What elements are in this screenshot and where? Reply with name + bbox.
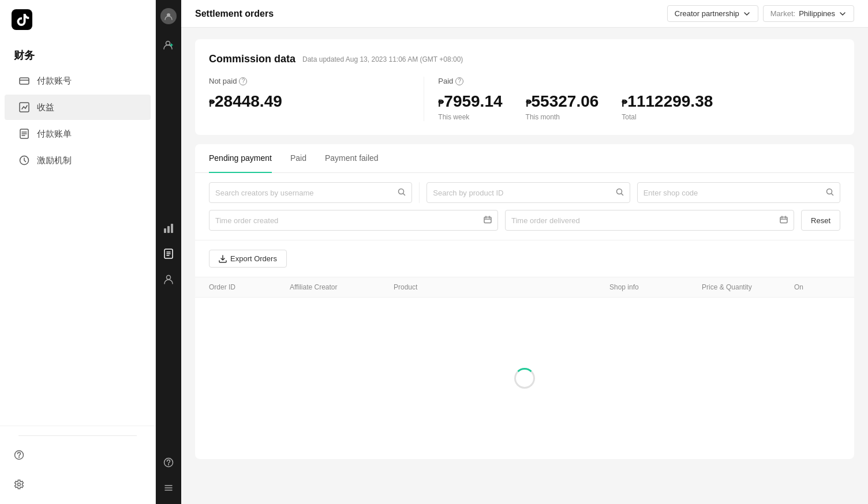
search-creators-icon[interactable]: [398, 188, 406, 198]
tab-pending-payment[interactable]: Pending payment: [209, 144, 272, 173]
content-area: Commission data Data updated Aug 13, 202…: [181, 28, 868, 504]
commission-title: Commission data: [209, 53, 295, 65]
svg-rect-0: [12, 9, 32, 30]
icon-bar: [156, 0, 181, 504]
tab-payment-failed[interactable]: Payment failed: [325, 144, 379, 173]
topbar: Settlement orders Creator partnership Ma…: [181, 0, 868, 28]
tiktok-logo: [12, 9, 32, 30]
paid-month-currency: ₱: [526, 99, 532, 108]
search-creators-input[interactable]: [215, 189, 398, 197]
paid-label: Paid ?: [438, 77, 840, 85]
calendar-delivered-icon[interactable]: [780, 216, 788, 225]
search-product-input[interactable]: [433, 189, 615, 197]
paid-total-currency: ₱: [622, 99, 627, 108]
time-order-created-wrap[interactable]: [209, 210, 498, 231]
sidebar-help[interactable]: [0, 442, 155, 470]
th-product: Product: [394, 283, 609, 291]
creator-partnership-dropdown[interactable]: Creator partnership: [667, 5, 758, 22]
svg-rect-10: [171, 224, 173, 233]
filters-area: Reset: [195, 173, 854, 240]
icon-bar-avatar[interactable]: [158, 6, 179, 27]
icon-bar-menu[interactable]: [158, 477, 179, 498]
paid-week-currency: ₱: [438, 99, 444, 108]
paid-total-amount: ₱1112299.38: [622, 92, 713, 111]
time-order-delivered-input[interactable]: [511, 216, 780, 225]
export-icon: [219, 255, 227, 263]
enter-shop-icon[interactable]: [826, 188, 834, 198]
calendar-created-icon[interactable]: [484, 216, 492, 225]
svg-rect-8: [164, 228, 166, 233]
filter-row-1: [209, 182, 840, 203]
sidebar-item-revenue[interactable]: 收益: [5, 95, 151, 120]
svg-point-12: [167, 276, 171, 280]
filter-row-2: Reset: [209, 210, 840, 231]
pay-account-icon: [18, 75, 30, 86]
search-creators-wrap[interactable]: [209, 182, 412, 203]
not-paid-amount-group: ₱28448.49: [209, 92, 282, 111]
paid-this-month-label: This month: [526, 113, 599, 121]
icon-bar-help[interactable]: [158, 452, 179, 473]
th-order-id: Order ID: [209, 283, 290, 291]
sidebar-item-pay-account-label: 付款账号: [37, 76, 72, 86]
orders-tabs: Pending payment Paid Payment failed: [195, 144, 854, 173]
not-paid-info-icon[interactable]: ?: [239, 77, 247, 85]
reset-button[interactable]: Reset: [801, 210, 840, 231]
table-body: [195, 298, 854, 459]
sidebar-item-incentives-label: 激励机制: [37, 155, 72, 166]
table-header: Order ID Affiliate Creator Product Shop …: [195, 277, 854, 298]
not-paid-amount: ₱28448.49: [209, 92, 282, 111]
chevron-down-icon: [743, 10, 751, 18]
commission-card: Commission data Data updated Aug 13, 202…: [195, 39, 854, 135]
chevron-down-icon-market: [839, 10, 847, 18]
svg-rect-9: [167, 226, 170, 233]
sidebar-item-revenue-label: 收益: [37, 102, 54, 113]
sidebar-item-payment-list-label: 付款账单: [37, 129, 72, 140]
payment-list-icon: [18, 128, 30, 140]
paid-values: ₱7959.14 This week ₱55327.06 This month: [438, 92, 840, 121]
search-product-icon[interactable]: [616, 188, 624, 198]
not-paid-label: Not paid ?: [209, 77, 410, 85]
market-label: Market:: [770, 9, 795, 18]
sidebar-item-pay-account[interactable]: 付款账号: [5, 68, 151, 93]
export-orders-button[interactable]: Export Orders: [209, 250, 287, 268]
commission-stats: Not paid ? ₱28448.49: [209, 77, 840, 121]
topbar-right: Creator partnership Market: Philippines: [667, 5, 854, 22]
settings-icon: [14, 479, 24, 491]
th-affiliate-creator: Affiliate Creator: [290, 283, 394, 291]
tab-paid[interactable]: Paid: [290, 144, 306, 173]
sidebar-item-payment-list[interactable]: 付款账单: [5, 121, 151, 146]
sidebar-item-incentives[interactable]: 激励机制: [5, 148, 151, 173]
icon-bar-user-plus[interactable]: [158, 35, 179, 55]
icon-bar-orders[interactable]: [158, 243, 179, 264]
search-product-wrap[interactable]: [426, 182, 630, 203]
sidebar-bottom-divider-1: [5, 432, 151, 439]
market-value: Philippines: [799, 9, 835, 18]
time-order-delivered-wrap[interactable]: [505, 210, 794, 231]
data-updated-text: Data updated Aug 13, 2023 11:06 AM (GMT …: [302, 55, 463, 63]
market-dropdown[interactable]: Market: Philippines: [763, 5, 854, 22]
time-order-created-input[interactable]: [215, 216, 484, 225]
paid-info-icon[interactable]: ?: [455, 77, 463, 85]
sidebar-nav: 付款账号 收益 付款账单 激励机制: [0, 67, 155, 246]
sidebar-section-title: 财务: [0, 39, 155, 67]
paid-section: Paid ? ₱7959.14 This week: [438, 77, 840, 121]
revenue-icon: [18, 101, 30, 113]
loading-spinner: [514, 368, 535, 389]
paid-this-week-amount: ₱7959.14: [438, 92, 502, 111]
stat-divider-1: [424, 77, 424, 121]
sidebar-settings[interactable]: [0, 471, 155, 499]
paid-this-week-group: ₱7959.14 This week: [438, 92, 502, 121]
icon-bar-person[interactable]: [158, 269, 179, 289]
creator-partnership-label: Creator partnership: [675, 9, 739, 18]
enter-shop-input[interactable]: [643, 189, 826, 197]
icon-bar-chart[interactable]: [158, 218, 179, 239]
enter-shop-wrap[interactable]: [637, 182, 840, 203]
th-shop-info: Shop info: [609, 283, 702, 291]
paid-this-month-group: ₱55327.06 This month: [526, 92, 599, 121]
th-price-quantity: Price & Quantity: [702, 283, 794, 291]
sidebar: 财务 付款账号 收益 付款账单: [0, 0, 156, 504]
logo-area: [0, 0, 155, 39]
paid-this-week-label: This week: [438, 113, 502, 121]
svg-rect-1: [20, 78, 29, 84]
export-orders-label: Export Orders: [230, 254, 277, 263]
